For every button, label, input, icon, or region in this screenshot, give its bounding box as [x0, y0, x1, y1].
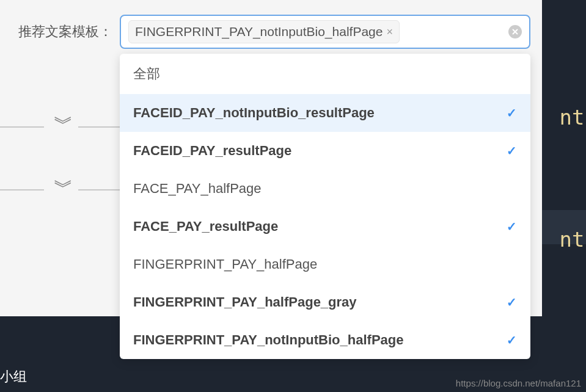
clear-all-icon[interactable]	[508, 25, 522, 38]
option-label: FINGERPRINT_PAY_halfPage	[133, 256, 317, 272]
footer-link[interactable]: 小组	[0, 368, 27, 386]
dropdown-panel: 全部 FACEID_PAY_notInputBio_resultPage✓FAC…	[120, 54, 530, 359]
option-label: FINGERPRINT_PAY_notInputBio_halfPage	[133, 332, 404, 348]
option-label: FACEID_PAY_notInputBio_resultPage	[133, 105, 375, 121]
connector-line	[78, 126, 124, 128]
dropdown-option[interactable]: FACEID_PAY_notInputBio_resultPage✓	[120, 94, 530, 132]
dropdown-header: 全部	[120, 54, 530, 94]
chevron-double-down-icon: ︾	[54, 183, 73, 191]
connector-line	[78, 189, 124, 191]
template-select-input[interactable]: FINGERPRINT_PAY_notInputBio_halfPage ×	[120, 15, 530, 49]
check-icon: ✓	[507, 295, 517, 310]
selected-tag: FINGERPRINT_PAY_notInputBio_halfPage ×	[128, 20, 400, 43]
chevron-double-down-icon: ︾	[54, 120, 73, 128]
tag-text: FINGERPRINT_PAY_notInputBio_halfPage	[135, 24, 383, 39]
field-label: 推荐文案模板：	[18, 23, 112, 41]
check-icon: ✓	[507, 106, 517, 120]
connector-line	[0, 189, 44, 191]
tag-remove-icon[interactable]: ×	[386, 26, 393, 37]
side-code-text-2: nt-	[560, 227, 586, 252]
check-icon: ✓	[507, 143, 517, 158]
option-label: FINGERPRINT_PAY_halfPage_gray	[133, 294, 357, 310]
dropdown-option[interactable]: FACE_PAY_resultPage✓	[120, 208, 530, 245]
watermark-text: https://blog.csdn.net/mafan121	[456, 378, 581, 388]
dropdown-option[interactable]: FACE_PAY_halfPage	[120, 170, 530, 208]
dropdown-option[interactable]: FINGERPRINT_PAY_halfPage_gray✓	[120, 283, 530, 321]
check-icon: ✓	[507, 219, 517, 234]
option-label: FACEID_PAY_resultPage	[133, 143, 291, 159]
connector-line	[0, 126, 44, 128]
side-code-text-1: nt-	[560, 105, 586, 129]
option-label: FACE_PAY_resultPage	[133, 219, 278, 234]
dropdown-option[interactable]: FINGERPRINT_PAY_halfPage	[120, 245, 530, 283]
option-label: FACE_PAY_halfPage	[133, 181, 262, 197]
dropdown-option[interactable]: FACEID_PAY_resultPage✓	[120, 132, 530, 170]
dropdown-option[interactable]: FINGERPRINT_PAY_notInputBio_halfPage✓	[120, 321, 530, 359]
check-icon: ✓	[507, 333, 517, 347]
